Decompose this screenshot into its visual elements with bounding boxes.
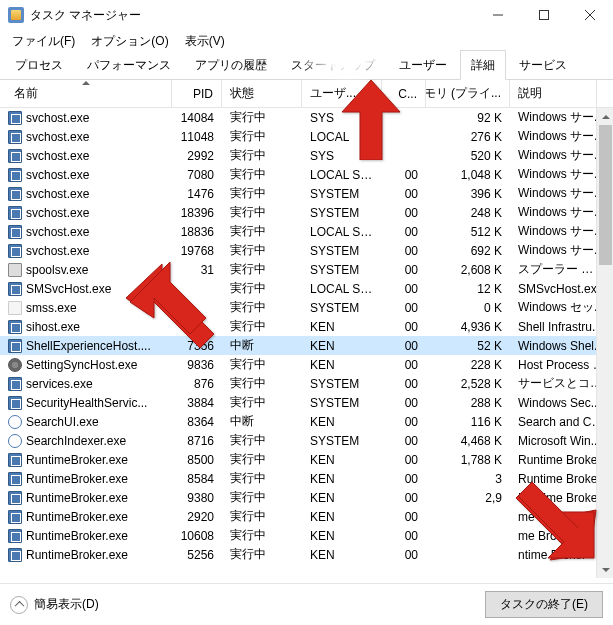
process-icon [8,168,22,182]
cell-memory: 2,9 [426,491,510,505]
tab-apphistory[interactable]: アプリの履歴 [184,50,278,79]
cell-user: SYSTEM [302,301,382,315]
cell-cpu: 00 [382,377,426,391]
cell-pid: 31 [172,263,222,277]
col-name[interactable]: 名前 [0,80,172,107]
table-row[interactable]: SearchUI.exe8364中断KEN00116 KSearch and C… [0,412,613,431]
process-name: svchost.exe [26,244,89,258]
col-pid[interactable]: PID [172,80,222,107]
table-row[interactable]: svchost.exe1476実行中SYSTEM00396 KWindows サ… [0,184,613,203]
col-status[interactable]: 状態 [222,80,302,107]
cell-user: KEN [302,320,382,334]
scroll-thumb[interactable] [599,125,612,265]
process-name: spoolsv.exe [26,263,88,277]
table-row[interactable]: RuntimeBroker.exe8500実行中KEN001,788 KRunt… [0,450,613,469]
table-row[interactable]: RuntimeBroker.exe9380実行中KEN002,9Runtime … [0,488,613,507]
process-icon [8,111,22,125]
table-row[interactable]: SMSvcHost.exe実行中LOCAL SE...0012 KSMSvcHo… [0,279,613,298]
table-row[interactable]: sihost.exe実行中KEN004,936 KShell Infrastru… [0,317,613,336]
table-row[interactable]: RuntimeBroker.exe8584実行中KEN003Runtime Br… [0,469,613,488]
cell-status: 実行中 [222,375,302,392]
cell-cpu: 00 [382,244,426,258]
vertical-scrollbar[interactable] [596,108,613,578]
cell-pid: 9380 [172,491,222,505]
process-icon [8,377,22,391]
tab-details[interactable]: 詳細 [460,50,506,80]
cell-user: KEN [302,358,382,372]
cell-cpu: 00 [382,282,426,296]
minimize-button[interactable] [475,0,521,30]
table-row[interactable]: svchost.exe19768実行中SYSTEM00692 KWindows … [0,241,613,260]
table-row[interactable]: SecurityHealthServic...3884実行中SYSTEM0028… [0,393,613,412]
col-description[interactable]: 説明 [510,80,596,107]
cell-status: 実行中 [222,299,302,316]
tab-processes[interactable]: プロセス [4,50,74,79]
cell-status: 実行中 [222,166,302,183]
cell-user: KEN [302,453,382,467]
cell-user: SYSTEM [302,187,382,201]
chevron-up-icon [10,596,28,614]
cell-pid: 8364 [172,415,222,429]
cell-status: 実行中 [222,470,302,487]
process-table: svchost.exe14084実行中SYS92 KWindows サー...s… [0,108,613,578]
col-user[interactable]: ユーザ... [302,80,382,107]
svg-rect-0 [540,11,549,20]
cell-user: SYS [302,149,382,163]
cell-cpu: 00 [382,396,426,410]
process-icon [8,320,22,334]
tab-performance[interactable]: パフォーマンス [76,50,182,79]
scroll-up-button[interactable] [597,108,613,125]
process-name: SecurityHealthServic... [26,396,147,410]
table-row[interactable]: svchost.exe2992実行中SYS520 KWindows サー... [0,146,613,165]
cell-pid: 10608 [172,529,222,543]
scroll-down-button[interactable] [597,561,613,578]
cell-memory: 512 K [426,225,510,239]
column-headers: 名前 PID 状態 ユーザ... C... メモリ (プライ... 説明 [0,80,613,108]
table-row[interactable]: svchost.exe11048実行中LOCAL276 KWindows サー.… [0,127,613,146]
process-name: SearchIndexer.exe [26,434,126,448]
tab-services[interactable]: サービス [508,50,578,79]
tab-users[interactable]: ユーザー [388,50,458,79]
table-row[interactable]: spoolsv.exe31実行中SYSTEM002,608 Kスプーラー サブシ… [0,260,613,279]
tab-startup[interactable]: スタートアップ [280,50,386,79]
table-row[interactable]: svchost.exe14084実行中SYS92 KWindows サー... [0,108,613,127]
table-row[interactable]: svchost.exe18836実行中LOCAL SE...00512 KWin… [0,222,613,241]
maximize-button[interactable] [521,0,567,30]
table-row[interactable]: RuntimeBroker.exe5256実行中KEN00ntime Broke… [0,545,613,564]
table-row[interactable]: RuntimeBroker.exe10608実行中KEN00me Broker [0,526,613,545]
table-row[interactable]: SettingSyncHost.exe9836実行中KEN00228 KHost… [0,355,613,374]
cell-memory: 92 K [426,111,510,125]
table-row[interactable]: ShellExperienceHost....7356中断KEN0052 KWi… [0,336,613,355]
table-row[interactable]: services.exe876実行中SYSTEM002,528 Kサービスとコン… [0,374,613,393]
cell-status: 実行中 [222,318,302,335]
cell-cpu: 00 [382,453,426,467]
cell-memory: 12 K [426,282,510,296]
cell-user: KEN [302,472,382,486]
titlebar[interactable]: タスク マネージャー [0,0,613,30]
process-name: svchost.exe [26,111,89,125]
menu-view[interactable]: 表示(V) [179,31,231,52]
process-name: svchost.exe [26,168,89,182]
table-row[interactable]: svchost.exe7080実行中LOCAL SE...001,048 KWi… [0,165,613,184]
process-icon [8,339,22,353]
table-row[interactable]: RuntimeBroker.exe2920実行中KEN00me Broker [0,507,613,526]
menu-file[interactable]: ファイル(F) [6,31,81,52]
end-task-button[interactable]: タスクの終了(E) [485,591,603,618]
table-row[interactable]: SearchIndexer.exe8716実行中SYSTEM004,468 KM… [0,431,613,450]
cell-status: 実行中 [222,109,302,126]
menu-options[interactable]: オプション(O) [85,31,174,52]
cell-pid: 11048 [172,130,222,144]
table-row[interactable]: smss.exe実行中SYSTEM000 KWindows セッ... [0,298,613,317]
col-cpu[interactable]: C... [382,80,426,107]
col-memory[interactable]: メモリ (プライ... [426,80,510,107]
footer: 簡易表示(D) タスクの終了(E) [0,583,613,625]
cell-user: LOCAL [302,130,382,144]
cell-memory: 4,468 K [426,434,510,448]
cell-cpu: 00 [382,548,426,562]
table-row[interactable]: svchost.exe18396実行中SYSTEM00248 KWindows … [0,203,613,222]
header-scroll-spacer [596,80,613,107]
process-name: RuntimeBroker.exe [26,472,128,486]
process-icon [8,472,22,486]
close-button[interactable] [567,0,613,30]
simple-view-toggle[interactable]: 簡易表示(D) [10,596,99,614]
